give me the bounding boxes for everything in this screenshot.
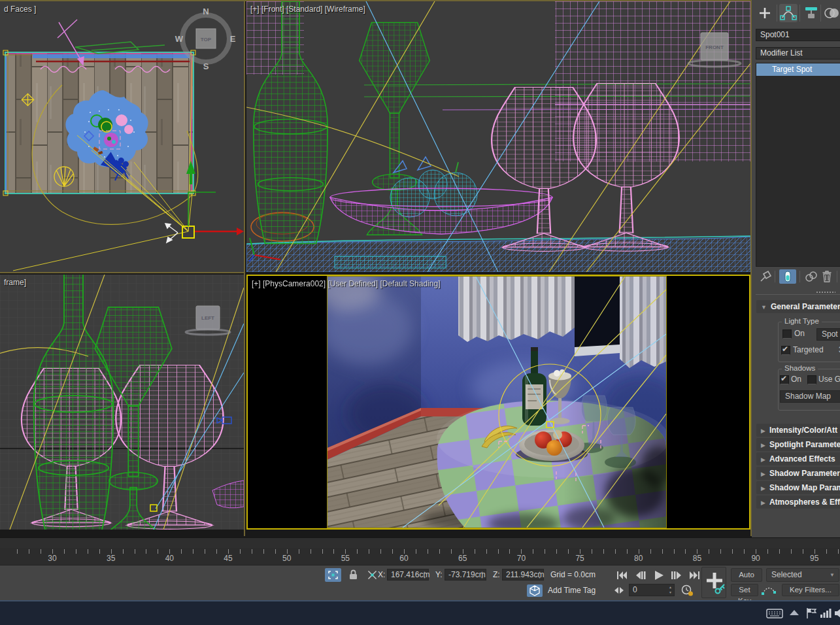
viewport-left-canvas[interactable]: LEFT <box>0 275 244 530</box>
viewport-camera[interactable]: [+] [PhysCamera002] [User Defined] [Defa… <box>246 275 750 530</box>
add-time-tag-button[interactable] <box>527 584 543 597</box>
tab-modify[interactable] <box>779 4 798 22</box>
timeline-tick <box>767 549 768 554</box>
timeline-tick <box>193 549 193 554</box>
timeline-tick <box>41 549 41 554</box>
panel-splitter[interactable] <box>756 294 840 295</box>
go-to-end-button[interactable] <box>688 568 702 583</box>
make-unique-button[interactable] <box>804 269 820 284</box>
viewport-front[interactable]: FRONT [+] [Front] [Standard] [Wireframe] <box>246 1 750 272</box>
timeline-tick <box>29 549 29 554</box>
track-bar[interactable] <box>0 537 840 548</box>
expand-arrow-icon: ▶ <box>761 428 765 434</box>
set-keys-button[interactable] <box>701 567 726 598</box>
go-to-start-button[interactable] <box>614 568 629 583</box>
pin-stack-button[interactable] <box>758 269 774 284</box>
tab-motion[interactable] <box>822 4 840 22</box>
timeline-tick <box>486 549 487 554</box>
remove-modifier-button[interactable] <box>820 269 835 284</box>
x-spinner[interactable]: ▲▼ <box>422 569 428 580</box>
network-signal-icon[interactable] <box>820 607 832 622</box>
tab-create[interactable] <box>756 4 774 22</box>
timeline-tick <box>64 549 65 554</box>
action-center-flag-icon[interactable] <box>805 607 817 622</box>
rollout-header[interactable]: ▶Atmospheres & Effe <box>756 496 840 509</box>
key-mode-toggle[interactable] <box>613 584 625 596</box>
tab-hierarchy[interactable] <box>802 4 820 22</box>
show-hidden-icons-button[interactable] <box>790 609 799 618</box>
play-button[interactable] <box>651 568 667 583</box>
auto-key-button[interactable]: Auto Key <box>731 568 762 582</box>
use-global-checkbox[interactable] <box>807 375 816 384</box>
viewport-front-canvas[interactable]: FRONT <box>246 1 750 272</box>
targeted-checkbox[interactable]: ✔ <box>781 346 790 355</box>
viewport-left-label[interactable]: frame] <box>4 278 26 287</box>
svg-text:S: S <box>203 61 209 71</box>
previous-frame-button[interactable] <box>633 568 647 583</box>
timeline-tick <box>228 549 229 554</box>
set-key-button[interactable]: Set Key <box>731 584 758 596</box>
key-filters-button[interactable]: Key Filters... <box>782 584 839 596</box>
modify-icon <box>779 4 798 22</box>
light-type-dropdown[interactable]: Spot <box>816 328 840 341</box>
show-end-result-icon <box>779 269 796 284</box>
volume-icon[interactable] <box>834 607 840 622</box>
rollout-header[interactable]: ▶Shadow Parameters <box>756 467 840 480</box>
timeline-tick <box>287 549 288 554</box>
stack-item-target-spot[interactable]: Target Spot <box>756 63 840 76</box>
splitter-grip[interactable] <box>816 291 835 294</box>
isolate-selection-toggle[interactable] <box>325 568 341 582</box>
targeted-label: Targeted <box>793 345 824 354</box>
shadow-mode-dropdown[interactable]: Shadow Map <box>780 390 840 403</box>
rollout-header[interactable]: ▶Shadow Map Param <box>756 481 840 494</box>
timeline-frame-label: 50 <box>282 554 291 563</box>
viewport-top[interactable]: TOP N E S W d Faces ] <box>0 1 244 272</box>
rollout-header[interactable]: ▶Spotlight Paramete <box>756 438 840 451</box>
modifier-list-dropdown[interactable]: Modifier List <box>756 47 840 59</box>
taskbar <box>0 600 840 625</box>
y-coordinate-field[interactable]: -73.719cm▲▼ <box>445 569 486 581</box>
timeline-tick <box>333 549 334 554</box>
next-frame-button[interactable] <box>669 568 684 583</box>
frame-spinner[interactable]: ▲▼ <box>667 584 673 596</box>
viewport-camera-label[interactable]: [+] [PhysCamera002] [User Defined] [Defa… <box>252 279 441 288</box>
viewport-front-label[interactable]: [+] [Front] [Standard] [Wireframe] <box>250 5 365 14</box>
rollout-header[interactable]: ▶Advanced Effects <box>756 452 840 465</box>
tangent-curve-icon <box>761 584 778 596</box>
command-panel: Spot001 Modifier List Target Spot ▼Gener… <box>753 0 840 537</box>
shadows-on-checkbox[interactable]: ✔ <box>780 375 789 384</box>
add-time-tag-label[interactable]: Add Time Tag <box>548 586 596 595</box>
viewport-top-canvas[interactable]: TOP N E S W <box>0 1 244 272</box>
time-configuration-button[interactable] <box>680 584 694 597</box>
x-coordinate-field[interactable]: 167.416cm▲▼ <box>387 569 429 581</box>
default-in-out-tangents-button[interactable] <box>761 584 778 596</box>
timeline-tick <box>791 549 792 554</box>
light-type-group: Light Type On Spot ✔ Targeted 3 <box>778 322 840 362</box>
selection-lock-toggle[interactable] <box>346 568 360 582</box>
timeline-frame-label: 70 <box>517 554 526 563</box>
object-name-field[interactable]: Spot001 <box>756 29 840 41</box>
camera-render-frame[interactable] <box>327 276 667 528</box>
light-on-checkbox[interactable] <box>782 329 792 339</box>
viewport-top-label[interactable]: d Faces ] <box>4 5 36 14</box>
rollout-header[interactable]: ▶Intensity/Color/Att <box>756 424 840 437</box>
selection-set-dropdown[interactable]: Selected ▼ <box>766 568 839 582</box>
viewport-left[interactable]: LEFT frame] <box>0 275 244 530</box>
timeline-tick <box>592 549 592 554</box>
expand-arrow-icon: ▶ <box>761 471 765 477</box>
timeline-frame-label: 80 <box>634 554 643 563</box>
timeline-ruler[interactable]: 3035404550556065707580859095 <box>0 548 840 565</box>
modifier-stack[interactable]: Target Spot <box>756 63 840 267</box>
z-coordinate-field[interactable]: 211.943cm▲▼ <box>502 569 544 581</box>
show-end-result-button[interactable] <box>779 269 796 284</box>
z-spinner[interactable]: ▲▼ <box>537 569 543 580</box>
rollout-general-parameters[interactable]: ▼General Parameters <box>756 300 840 313</box>
timeline-frame-label: 65 <box>458 554 467 563</box>
timeline-tick <box>545 549 545 554</box>
timeline-tick <box>463 549 463 554</box>
y-spinner[interactable]: ▲▼ <box>479 569 485 580</box>
timeline-tick <box>756 549 756 554</box>
keyboard-tray-icon[interactable] <box>766 607 783 622</box>
timeline-tick <box>662 549 663 554</box>
current-frame-field[interactable]: 0▲▼ <box>629 584 675 596</box>
